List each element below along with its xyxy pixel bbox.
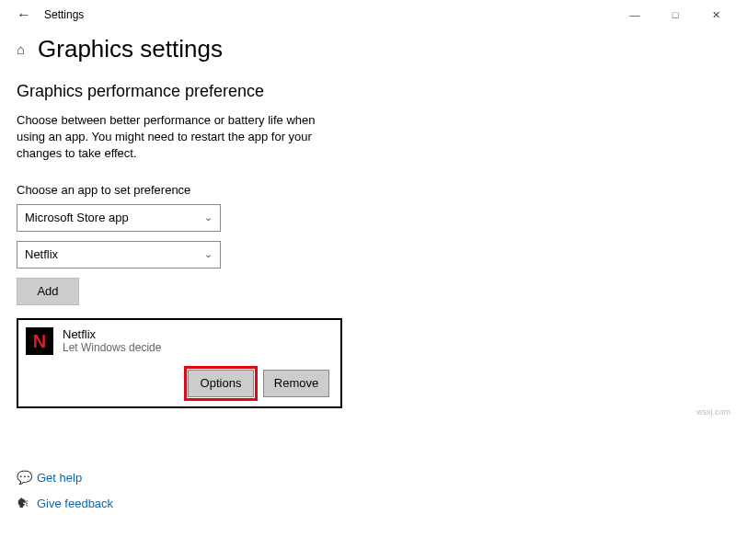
add-button[interactable]: Add	[17, 278, 79, 305]
section-title: Graphics performance preference	[17, 82, 719, 101]
window-title: Settings	[39, 8, 84, 21]
app-card-name: Netflix	[63, 327, 161, 341]
help-icon: 💬	[17, 470, 37, 485]
minimize-button[interactable]: —	[615, 1, 655, 29]
remove-button[interactable]: Remove	[263, 370, 329, 397]
get-help-link[interactable]: Get help	[37, 471, 82, 485]
home-icon[interactable]: ⌂	[17, 41, 25, 57]
chevron-down-icon: ⌄	[204, 211, 213, 223]
close-button[interactable]: ✕	[696, 1, 736, 29]
maximize-button[interactable]: □	[655, 1, 696, 29]
app-card[interactable]: N Netflix Let Windows decide Options Rem…	[17, 318, 342, 408]
app-type-dropdown[interactable]: Microsoft Store app ⌄	[17, 204, 221, 232]
chevron-down-icon: ⌄	[204, 248, 213, 260]
feedback-icon: 🗣	[17, 496, 37, 510]
page-title: Graphics settings	[38, 35, 223, 63]
app-name-dropdown[interactable]: Netflix ⌄	[17, 241, 221, 269]
app-type-value: Microsoft Store app	[25, 211, 129, 224]
app-card-subtitle: Let Windows decide	[63, 341, 161, 354]
back-icon[interactable]: ←	[17, 6, 39, 23]
netflix-icon: N	[26, 327, 53, 355]
section-description: Choose between better performance or bat…	[17, 112, 329, 163]
app-name-value: Netflix	[25, 247, 58, 261]
watermark: wsxj.com	[696, 407, 730, 417]
choose-app-label: Choose an app to set preference	[17, 183, 719, 197]
options-button[interactable]: Options	[188, 370, 254, 397]
give-feedback-link[interactable]: Give feedback	[37, 497, 113, 510]
